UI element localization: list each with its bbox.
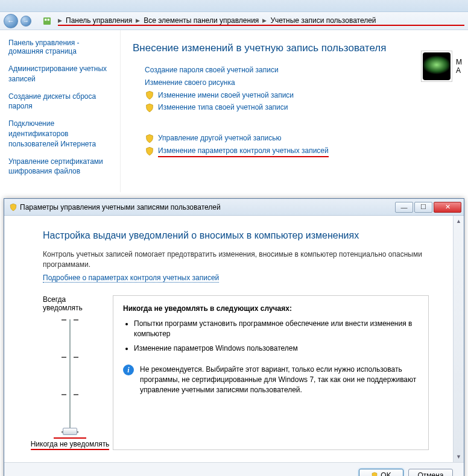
svg-rect-1 bbox=[45, 19, 46, 20]
uac-description: Контроль учетных записей помогает предот… bbox=[43, 249, 429, 270]
info-icon: i bbox=[123, 365, 134, 375]
info-title: Никогда не уведомлять в следующих случая… bbox=[123, 304, 419, 313]
chevron-right-icon: ▶ bbox=[136, 17, 140, 23]
info-item: Попытки программ установить программное … bbox=[134, 319, 419, 339]
sidebar-link[interactable]: Управление сертификатами шифрования файл… bbox=[8, 157, 115, 177]
titlebar[interactable]: Параметры управления учетными записями п… bbox=[4, 199, 464, 216]
forward-button[interactable]: → bbox=[21, 16, 31, 27]
control-panel-body: Панель управления - домашняя страница Ад… bbox=[0, 30, 468, 192]
ok-label: OK bbox=[381, 471, 391, 476]
account-summary: M А bbox=[421, 51, 462, 82]
chevron-right-icon: ▶ bbox=[262, 17, 267, 23]
shield-icon bbox=[371, 472, 378, 476]
breadcrumb[interactable]: ▶ Панель управления ▶ Все элементы панел… bbox=[58, 16, 464, 26]
svg-rect-2 bbox=[48, 19, 49, 20]
breadcrumb-item[interactable]: Все элементы панели управления bbox=[144, 16, 259, 25]
task-link[interactable]: Изменение своего рисунка bbox=[145, 78, 235, 88]
cancel-label: Отмена bbox=[417, 471, 443, 476]
sidebar: Панель управления - домашняя страница Ад… bbox=[0, 30, 121, 192]
task-link[interactable]: Изменение имени своей учетной записи bbox=[158, 90, 294, 101]
shield-icon bbox=[9, 203, 17, 211]
shield-icon bbox=[145, 146, 154, 156]
slider-info-panel: Никогда не уведомлять в следующих случая… bbox=[113, 295, 429, 450]
maximize-button[interactable]: ☐ bbox=[414, 202, 432, 213]
uac-more-link[interactable]: Подробнее о параметрах контроля учетных … bbox=[43, 274, 219, 283]
red-underline bbox=[54, 437, 86, 439]
chevron-right-icon: ▶ bbox=[58, 17, 62, 23]
sidebar-home[interactable]: Панель управления - домашняя страница bbox=[8, 39, 115, 55]
sidebar-link[interactable]: Подключение идентификаторов пользователе… bbox=[8, 119, 115, 149]
sidebar-home-label: домашняя страница bbox=[8, 47, 77, 55]
scrollbar[interactable]: ▲ ▼ bbox=[453, 216, 464, 462]
sidebar-link[interactable]: Создание дискеты сброса пароля bbox=[8, 92, 115, 112]
info-note-text: Не рекомендуется. Выбирайте этот вариант… bbox=[140, 365, 419, 395]
task-link[interactable]: Управление другой учетной записью bbox=[158, 133, 281, 143]
uac-slider[interactable] bbox=[57, 316, 83, 436]
uac-heading: Настройка выдачи уведомлений о вносимых … bbox=[43, 230, 429, 241]
breadcrumb-item[interactable]: Учетные записи пользователей bbox=[270, 16, 376, 25]
sidebar-home-label: Панель управления - bbox=[8, 39, 80, 47]
scroll-up[interactable]: ▲ bbox=[454, 216, 464, 227]
shield-icon bbox=[145, 134, 154, 143]
task-link-uac[interactable]: Изменение параметров контроля учетных за… bbox=[158, 146, 329, 157]
avatar[interactable] bbox=[421, 51, 452, 82]
svg-rect-0 bbox=[43, 17, 51, 25]
window-title: Параметры управления учетными записями п… bbox=[20, 203, 221, 211]
scroll-down[interactable]: ▼ bbox=[454, 451, 464, 462]
slider-label-bottom: Никогда не уведомлять bbox=[31, 440, 110, 450]
minimize-button[interactable]: — bbox=[395, 202, 413, 213]
ok-button[interactable]: OK bbox=[359, 469, 403, 476]
control-panel-icon bbox=[42, 16, 52, 26]
dialog-footer: OK Отмена bbox=[4, 462, 464, 476]
window-tabs-blur bbox=[0, 0, 468, 12]
account-role: А bbox=[456, 66, 462, 75]
cancel-button[interactable]: Отмена bbox=[408, 469, 453, 476]
task-link[interactable]: Изменение типа своей учетной записи bbox=[158, 102, 288, 113]
slider-label-top: Всегда уведомлять bbox=[43, 295, 97, 312]
uac-dialog: Параметры управления учетными записями п… bbox=[4, 198, 464, 476]
task-link[interactable]: Создание пароля своей учетной записи bbox=[145, 65, 279, 75]
main-panel: Внесение изменений в учетную запись поль… bbox=[121, 30, 468, 192]
explorer-navbar: ← → ▶ Панель управления ▶ Все элементы п… bbox=[0, 12, 468, 30]
info-item: Изменение параметров Windows пользовател… bbox=[134, 343, 419, 354]
sidebar-link[interactable]: Администрирование учетных записей bbox=[8, 64, 115, 84]
back-button[interactable]: ← bbox=[4, 14, 18, 28]
breadcrumb-item[interactable]: Панель управления bbox=[66, 16, 132, 25]
shield-icon bbox=[145, 90, 154, 100]
slider-thumb[interactable] bbox=[63, 428, 77, 435]
account-name: M bbox=[456, 58, 462, 66]
page-title: Внесение изменений в учетную запись поль… bbox=[133, 42, 462, 54]
close-button[interactable]: ✕ bbox=[434, 202, 461, 213]
shield-icon bbox=[145, 103, 154, 113]
